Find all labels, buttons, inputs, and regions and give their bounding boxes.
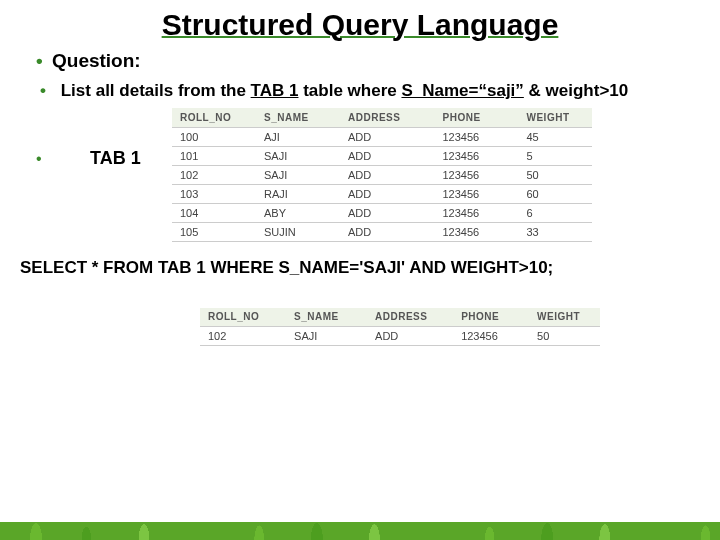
table-row: 102SAJIADD12345650 <box>200 327 600 346</box>
bullet-icon: • <box>30 150 46 168</box>
result-header-row: ROLL_NO S_NAME ADDRESS PHONE WEIGHT <box>200 308 600 327</box>
source-table: ROLL_NO S_NAME ADDRESS PHONE WEIGHT 100A… <box>172 108 592 242</box>
col-address: ADDRESS <box>340 108 435 127</box>
table-row: 104ABYADD1234566 <box>172 203 592 222</box>
result-table-wrap: ROLL_NO S_NAME ADDRESS PHONE WEIGHT 102S… <box>200 308 690 347</box>
tab1-row: •TAB 1 ROLL_NO S_NAME ADDRESS PHONE WEIG… <box>30 108 690 242</box>
col-address: ADDRESS <box>367 308 453 327</box>
col-rollno: ROLL_NO <box>200 308 286 327</box>
col-phone: PHONE <box>435 108 519 127</box>
grass-decoration <box>0 480 720 540</box>
col-phone: PHONE <box>453 308 529 327</box>
col-rollno: ROLL_NO <box>172 108 256 127</box>
table-header-row: ROLL_NO S_NAME ADDRESS PHONE WEIGHT <box>172 108 592 127</box>
question-text-list: List all details from the TAB 1 table wh… <box>30 80 690 102</box>
question-part-e: & weight>10 <box>524 81 628 100</box>
col-sname: S_NAME <box>286 308 367 327</box>
question-heading: Question: <box>36 50 690 72</box>
tab1-label-cell: •TAB 1 <box>30 108 172 242</box>
slide-title: Structured Query Language <box>0 0 720 46</box>
table-row: 103RAJIADD12345660 <box>172 184 592 203</box>
content-area: Question: List all details from the TAB … <box>0 50 720 346</box>
table-row: 100AJIADD12345645 <box>172 127 592 146</box>
question-heading-list: Question: <box>30 50 690 72</box>
question-part-c: table where <box>298 81 401 100</box>
table-row: 105SUJINADD12345633 <box>172 222 592 241</box>
sql-statement: SELECT * FROM TAB 1 WHERE S_NAME='SAJI' … <box>20 258 690 278</box>
tab1-label: TAB 1 <box>46 148 141 168</box>
question-part-b: TAB 1 <box>251 81 299 100</box>
question-part-d: S_Name=“saji” <box>401 81 523 100</box>
table-row: 102SAJIADD12345650 <box>172 165 592 184</box>
question-text: List all details from the TAB 1 table wh… <box>40 80 690 102</box>
table-row: 101SAJIADD1234565 <box>172 146 592 165</box>
question-part-a: List all details from the <box>61 81 251 100</box>
col-weight: WEIGHT <box>529 308 600 327</box>
result-table: ROLL_NO S_NAME ADDRESS PHONE WEIGHT 102S… <box>200 308 600 347</box>
col-sname: S_NAME <box>256 108 340 127</box>
col-weight: WEIGHT <box>519 108 593 127</box>
